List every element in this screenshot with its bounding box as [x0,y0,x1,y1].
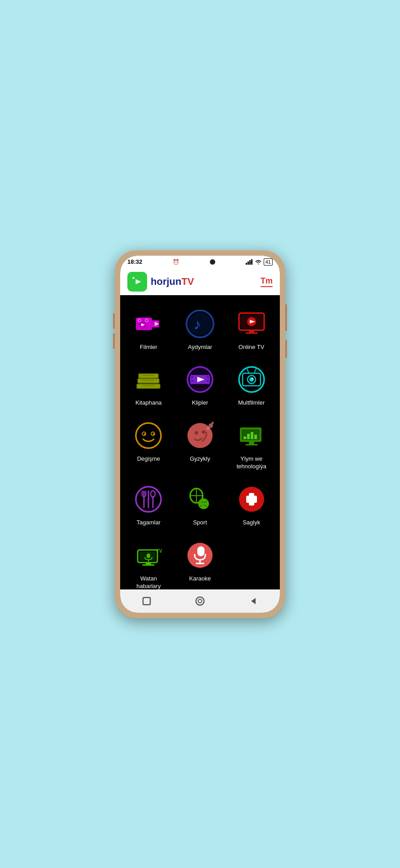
app-logo-icon [127,272,147,292]
svg-rect-90 [147,554,150,558]
menu-item-watan[interactable]: TV Watan habarlary [126,536,172,589]
svg-point-60 [207,427,209,430]
svg-point-11 [139,319,140,321]
klipler-label: Klipler [192,399,208,407]
svg-marker-100 [251,598,256,604]
menu-item-multfilmler[interactable]: Multfilmler [228,360,274,410]
menu-item-tagamlar[interactable]: Tagamlar [126,480,172,530]
filmler-icon [132,308,165,340]
camera-notch [210,259,215,265]
multfilmler-icon [235,363,268,396]
karaoke-icon [184,539,216,571]
svg-rect-2 [249,260,251,265]
svg-rect-30 [138,379,159,383]
menu-item-sport[interactable]: Sport [177,480,223,530]
menu-item-ylym[interactable]: Ylym we tehnologiýa [228,416,274,474]
svg-point-57 [187,423,213,448]
nav-bar [120,589,280,613]
tagamlar-icon [132,483,165,515]
phone-screen: 18:32 ⏰ 41 [120,256,280,613]
logo-container: horjunTV [127,272,194,292]
wifi-icon [255,259,262,265]
tagamlar-label: Tagamlar [137,519,161,527]
svg-point-56 [153,433,155,435]
menu-item-gyzykly[interactable]: Gyzykly [177,416,223,474]
status-bar: 18:32 ⏰ 41 [120,256,280,268]
menu-item-aydymlar[interactable]: ♪ Aýdymlar [177,304,223,355]
svg-point-99 [198,599,202,603]
svg-point-58 [195,431,198,435]
nav-square-button[interactable] [140,595,153,607]
klipler-icon [184,363,216,396]
saglyk-label: Saglyk [243,519,260,527]
svg-rect-70 [254,435,257,439]
phone-frame: 18:32 ⏰ 41 [115,250,285,618]
status-time: 18:32 [127,258,142,265]
nav-home-button[interactable] [194,595,206,607]
svg-point-98 [196,597,204,605]
svg-rect-97 [143,598,150,605]
watan-icon: TV [132,539,165,571]
svg-rect-69 [251,432,253,439]
menu-item-karaoke[interactable]: Karaoke [177,536,223,589]
svg-rect-43 [207,380,209,382]
menu-last-row: TV Watan habarlary [124,534,276,589]
menu-item-online-tv[interactable]: Online TV [228,304,274,355]
svg-text:♪: ♪ [194,316,201,332]
logo-tv: TV [181,276,194,287]
status-icons: 41 [246,258,273,266]
nav-back-button[interactable] [247,595,260,607]
language-button[interactable]: Tm [261,276,273,287]
menu-item-kitaphana[interactable]: Kitaphana [126,360,172,410]
svg-point-7 [133,277,135,279]
app-header: horjunTV Tm [120,268,280,295]
watan-label: Watan habarlary [127,575,170,589]
svg-point-50 [249,377,254,382]
signal-icon [246,259,253,265]
kitaphana-label: Kitaphana [135,399,162,407]
karaoke-label: Karaoke [189,575,211,583]
svg-point-13 [146,319,148,321]
battery-icon: 41 [264,258,273,266]
svg-rect-32 [139,374,158,378]
svg-rect-0 [246,263,247,265]
sport-icon [184,483,216,515]
svg-rect-89 [142,564,155,566]
svg-point-62 [211,422,214,424]
degisme-icon [132,419,165,452]
logo-horjun: horjun [151,276,181,287]
filmler-label: Filmler [140,344,157,351]
gyzykly-icon [184,419,216,452]
svg-rect-68 [247,434,250,439]
svg-rect-94 [197,546,204,556]
svg-rect-41 [191,380,193,382]
menu-item-degisme[interactable]: Degişme [126,416,172,474]
ylym-icon [235,419,268,452]
ylym-label: Ylym we tehnologiýa [230,455,273,471]
svg-point-54 [144,433,146,435]
menu-grid: Filmler ♪ Aýdymlar [124,302,276,532]
svg-rect-67 [243,436,246,439]
online-tv-label: Online TV [239,344,265,351]
svg-line-47 [247,369,249,373]
svg-text:TV: TV [157,549,162,554]
svg-rect-66 [245,444,258,445]
menu-item-klipler[interactable]: Klipler [177,360,223,410]
svg-rect-28 [137,384,160,388]
svg-rect-27 [245,332,258,334]
svg-line-48 [254,369,256,373]
menu-item-filmler[interactable]: Filmler [126,304,172,355]
svg-rect-85 [249,493,254,506]
gyzykly-label: Gyzykly [190,455,210,463]
main-content: Filmler ♪ Aýdymlar [120,295,280,589]
degisme-label: Degişme [137,455,160,463]
svg-rect-1 [248,262,249,265]
multfilmler-label: Multfilmler [238,399,265,407]
menu-item-saglyk[interactable]: Saglyk [228,480,274,530]
svg-point-52 [136,423,161,448]
aydymlar-label: Aýdymlar [188,344,212,351]
sport-label: Sport [193,519,207,527]
logo-text: horjunTV [151,276,194,288]
saglyk-icon [235,483,268,515]
aydymlar-icon: ♪ [184,308,216,340]
